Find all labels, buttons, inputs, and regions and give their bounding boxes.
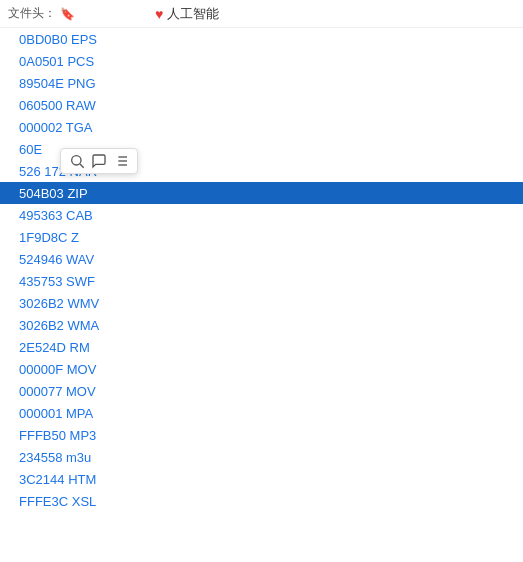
list-item[interactable]: 2E524D RM: [0, 336, 523, 358]
list-item[interactable]: 435753 SWF: [0, 270, 523, 292]
item-text: 504B03 ZIP: [19, 186, 88, 201]
search-icon[interactable]: [69, 153, 85, 169]
list-item[interactable]: 504B03 ZIP: [0, 182, 523, 204]
list-item[interactable]: 234558 m3u: [0, 446, 523, 468]
list-container[interactable]: 0BD0B0 EPS0A0501 PCS89504E PNG060500 RAW…: [0, 28, 523, 562]
item-text: 60E: [19, 142, 42, 157]
list-item[interactable]: FFFB50 MP3: [0, 424, 523, 446]
list-item[interactable]: 3026B2 WMA: [0, 314, 523, 336]
list-item[interactable]: 3C2144 HTM: [0, 468, 523, 490]
list-item[interactable]: 1F9D8C Z: [0, 226, 523, 248]
item-text: 000002 TGA: [19, 120, 92, 135]
bookmark-icon: 🔖: [60, 7, 75, 21]
item-text: 495363 CAB: [19, 208, 93, 223]
item-text: 3026B2 WMA: [19, 318, 99, 333]
item-text: 060500 RAW: [19, 98, 96, 113]
heart-icon: ♥: [155, 6, 163, 22]
item-text: 435753 SWF: [19, 274, 95, 289]
ai-label: 人工智能: [167, 5, 219, 23]
top-bar-left: 文件头： 🔖: [8, 5, 75, 22]
comment-icon[interactable]: [91, 153, 107, 169]
file-header-label: 文件头：: [8, 5, 56, 22]
list-item[interactable]: 524946 WAV: [0, 248, 523, 270]
list-item[interactable]: 3026B2 WMV: [0, 292, 523, 314]
list-item[interactable]: 00000F MOV: [0, 358, 523, 380]
svg-point-0: [72, 156, 81, 165]
item-text: 2E524D RM: [19, 340, 90, 355]
list-item[interactable]: 89504E PNG: [0, 72, 523, 94]
list-item[interactable]: 000077 MOV: [0, 380, 523, 402]
list-item[interactable]: 0BD0B0 EPS: [0, 28, 523, 50]
tooltip-popup: [60, 148, 138, 174]
list-item[interactable]: 0A0501 PCS: [0, 50, 523, 72]
svg-line-1: [80, 164, 84, 168]
item-text: 000001 MPA: [19, 406, 93, 421]
list-icon[interactable]: [113, 153, 129, 169]
item-text: 1F9D8C Z: [19, 230, 79, 245]
top-bar-center: ♥ 人工智能: [155, 5, 219, 23]
item-text: 89504E PNG: [19, 76, 96, 91]
list-item[interactable]: FFFE3C XSL: [0, 490, 523, 512]
item-text: 0A0501 PCS: [19, 54, 94, 69]
list-item[interactable]: 000001 MPA: [0, 402, 523, 424]
ai-badge: ♥ 人工智能: [155, 5, 219, 23]
top-bar: 文件头： 🔖 ♥ 人工智能: [0, 0, 523, 28]
item-text: 0BD0B0 EPS: [19, 32, 97, 47]
item-text: FFFB50 MP3: [19, 428, 96, 443]
item-text: 3026B2 WMV: [19, 296, 99, 311]
list-item[interactable]: 495363 CAB: [0, 204, 523, 226]
list-item[interactable]: 000002 TGA: [0, 116, 523, 138]
item-text: 3C2144 HTM: [19, 472, 96, 487]
list-item[interactable]: 060500 RAW: [0, 94, 523, 116]
item-text: 234558 m3u: [19, 450, 91, 465]
item-text: FFFE3C XSL: [19, 494, 96, 509]
item-text: 524946 WAV: [19, 252, 94, 267]
item-text: 000077 MOV: [19, 384, 96, 399]
item-text: 00000F MOV: [19, 362, 96, 377]
